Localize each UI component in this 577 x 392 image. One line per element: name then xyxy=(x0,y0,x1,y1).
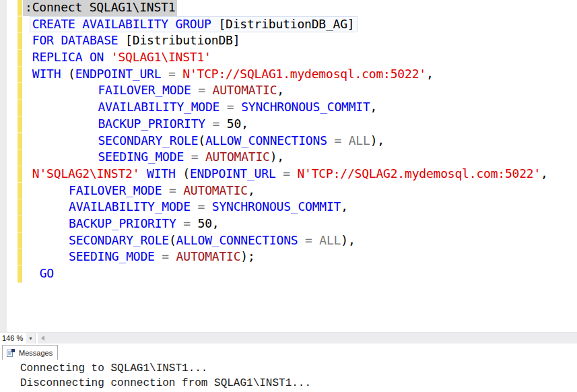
message-line: Connecting to SQLAG1\INST1... xyxy=(20,362,311,377)
editor-bottom-bar: 146 % ▼ xyxy=(0,332,577,344)
code-line[interactable]: FAILOVER_MODE = AUTOMATIC, xyxy=(25,82,577,99)
ssms-query-window: :Connect SQLAG1\INST1CREATE AVAILABILITY… xyxy=(0,0,577,392)
messages-icon xyxy=(6,348,15,358)
code-line[interactable]: SECONDARY_ROLE(ALLOW_CONNECTIONS = ALL), xyxy=(25,232,577,249)
code-line[interactable]: FAILOVER_MODE = AUTOMATIC, xyxy=(25,183,577,199)
code-line[interactable]: CREATE AVAILABILITY GROUP [DistributionD… xyxy=(25,16,577,33)
code-line[interactable]: SEEDING_MODE = AUTOMATIC), xyxy=(25,149,577,166)
messages-panel: Messages Connecting to SQLAG1\INST1...Di… xyxy=(0,344,577,392)
zoom-level-value: 146 % xyxy=(0,334,26,342)
code-line[interactable]: BACKUP_PRIORITY = 50, xyxy=(25,116,577,133)
code-line[interactable]: REPLICA ON 'SQLAG1\INST1' xyxy=(25,49,577,66)
sql-editor[interactable]: :Connect SQLAG1\INST1CREATE AVAILABILITY… xyxy=(0,0,577,332)
messages-output: Connecting to SQLAG1\INST1...Disconnecti… xyxy=(20,362,311,391)
message-line: Disconnecting connection from SQLAG1\INS… xyxy=(20,377,311,391)
code-line[interactable]: SEEDING_MODE = AUTOMATIC); xyxy=(25,249,577,265)
code-line[interactable]: AVAILABILITY_MODE = SYNCHRONOUS_COMMIT, xyxy=(25,199,577,216)
code-area[interactable]: :Connect SQLAG1\INST1CREATE AVAILABILITY… xyxy=(25,0,577,282)
code-line[interactable]: SECONDARY_ROLE(ALLOW_CONNECTIONS = ALL), xyxy=(25,133,577,150)
code-line[interactable]: WITH (ENDPOINT_URL = N'TCP://SQLAG1.myde… xyxy=(25,66,577,83)
horizontal-scrollbar[interactable] xyxy=(38,333,577,344)
indicator-margin xyxy=(0,0,7,332)
scroll-left-arrow-icon[interactable] xyxy=(38,335,47,341)
code-line[interactable]: GO xyxy=(25,265,577,282)
change-tracking-bar xyxy=(18,0,22,283)
zoom-level-select[interactable]: 146 % ▼ xyxy=(0,333,36,344)
scrollbar-track[interactable] xyxy=(47,333,577,344)
tab-messages[interactable]: Messages xyxy=(2,345,58,360)
code-line[interactable]: BACKUP_PRIORITY = 50, xyxy=(25,216,577,232)
code-line[interactable]: :Connect SQLAG1\INST1 xyxy=(25,0,577,16)
code-line[interactable]: FOR DATABASE [DistributionDB] xyxy=(25,32,577,49)
tab-messages-label: Messages xyxy=(19,349,53,357)
chevron-down-icon[interactable]: ▼ xyxy=(26,333,35,344)
code-line[interactable]: AVAILABILITY_MODE = SYNCHRONOUS_COMMIT, xyxy=(25,99,577,116)
code-line[interactable]: N'SQLAG2\INST2' WITH (ENDPOINT_URL = N'T… xyxy=(25,166,577,183)
